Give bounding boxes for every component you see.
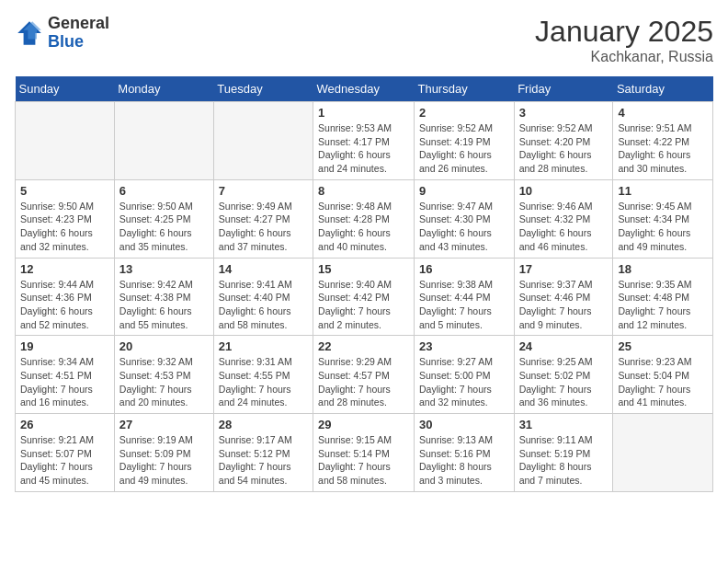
day-cell: 15Sunrise: 9:40 AM Sunset: 4:42 PM Dayli… bbox=[313, 258, 415, 336]
day-cell: 7Sunrise: 9:49 AM Sunset: 4:27 PM Daylig… bbox=[213, 179, 313, 258]
day-cell: 11Sunrise: 9:45 AM Sunset: 4:34 PM Dayli… bbox=[613, 179, 713, 258]
day-number: 18 bbox=[618, 262, 708, 276]
page-header: General Blue January 2025 Kachkanar, Rus… bbox=[15, 15, 713, 65]
day-cell bbox=[213, 102, 313, 180]
header-sunday: Sunday bbox=[16, 76, 115, 102]
day-info: Sunrise: 9:46 AM Sunset: 4:32 PM Dayligh… bbox=[519, 200, 609, 254]
day-info: Sunrise: 9:34 AM Sunset: 4:51 PM Dayligh… bbox=[20, 355, 109, 409]
day-number: 6 bbox=[119, 184, 209, 198]
day-number: 3 bbox=[519, 106, 609, 120]
day-number: 21 bbox=[219, 339, 308, 353]
day-info: Sunrise: 9:29 AM Sunset: 4:57 PM Dayligh… bbox=[318, 355, 409, 409]
day-cell: 18Sunrise: 9:35 AM Sunset: 4:48 PM Dayli… bbox=[613, 258, 713, 336]
day-info: Sunrise: 9:23 AM Sunset: 5:04 PM Dayligh… bbox=[618, 355, 708, 409]
day-info: Sunrise: 9:53 AM Sunset: 4:17 PM Dayligh… bbox=[318, 121, 409, 176]
day-info: Sunrise: 9:31 AM Sunset: 4:55 PM Dayligh… bbox=[219, 355, 308, 409]
week-row-3: 19Sunrise: 9:34 AM Sunset: 4:51 PM Dayli… bbox=[16, 336, 713, 414]
logo-icon bbox=[15, 18, 44, 48]
day-info: Sunrise: 9:49 AM Sunset: 4:27 PM Dayligh… bbox=[219, 200, 308, 254]
day-info: Sunrise: 9:51 AM Sunset: 4:22 PM Dayligh… bbox=[618, 121, 708, 176]
day-info: Sunrise: 9:50 AM Sunset: 4:23 PM Dayligh… bbox=[20, 200, 109, 254]
day-number: 28 bbox=[219, 418, 308, 431]
day-cell: 20Sunrise: 9:32 AM Sunset: 4:53 PM Dayli… bbox=[114, 336, 213, 414]
day-number: 7 bbox=[219, 184, 308, 198]
day-info: Sunrise: 9:45 AM Sunset: 4:34 PM Dayligh… bbox=[618, 200, 708, 254]
day-number: 26 bbox=[20, 418, 109, 431]
week-row-1: 5Sunrise: 9:50 AM Sunset: 4:23 PM Daylig… bbox=[16, 179, 713, 258]
calendar-header-row: SundayMondayTuesdayWednesdayThursdayFrid… bbox=[16, 76, 713, 102]
header-tuesday: Tuesday bbox=[213, 76, 313, 102]
day-info: Sunrise: 9:38 AM Sunset: 4:44 PM Dayligh… bbox=[419, 278, 509, 332]
day-info: Sunrise: 9:41 AM Sunset: 4:40 PM Dayligh… bbox=[219, 278, 308, 332]
day-number: 14 bbox=[219, 262, 308, 276]
day-info: Sunrise: 9:37 AM Sunset: 4:46 PM Dayligh… bbox=[519, 278, 609, 332]
day-number: 2 bbox=[419, 106, 509, 120]
day-number: 17 bbox=[519, 262, 609, 276]
day-info: Sunrise: 9:52 AM Sunset: 4:19 PM Dayligh… bbox=[419, 121, 509, 176]
day-cell: 1Sunrise: 9:53 AM Sunset: 4:17 PM Daylig… bbox=[313, 102, 415, 180]
day-info: Sunrise: 9:21 AM Sunset: 5:07 PM Dayligh… bbox=[20, 433, 109, 488]
day-cell: 9Sunrise: 9:47 AM Sunset: 4:30 PM Daylig… bbox=[414, 179, 514, 258]
day-number: 31 bbox=[519, 418, 609, 431]
day-cell: 19Sunrise: 9:34 AM Sunset: 4:51 PM Dayli… bbox=[16, 336, 115, 414]
day-info: Sunrise: 9:48 AM Sunset: 4:28 PM Dayligh… bbox=[318, 200, 409, 254]
day-number: 12 bbox=[20, 262, 109, 276]
day-cell: 10Sunrise: 9:46 AM Sunset: 4:32 PM Dayli… bbox=[514, 179, 613, 258]
day-cell: 13Sunrise: 9:42 AM Sunset: 4:38 PM Dayli… bbox=[114, 258, 213, 336]
day-info: Sunrise: 9:52 AM Sunset: 4:20 PM Dayligh… bbox=[519, 121, 609, 176]
day-cell: 16Sunrise: 9:38 AM Sunset: 4:44 PM Dayli… bbox=[414, 258, 514, 336]
day-cell: 3Sunrise: 9:52 AM Sunset: 4:20 PM Daylig… bbox=[514, 102, 613, 180]
day-info: Sunrise: 9:13 AM Sunset: 5:16 PM Dayligh… bbox=[419, 433, 509, 488]
day-cell: 5Sunrise: 9:50 AM Sunset: 4:23 PM Daylig… bbox=[16, 179, 115, 258]
day-cell bbox=[613, 414, 713, 492]
day-cell: 6Sunrise: 9:50 AM Sunset: 4:25 PM Daylig… bbox=[114, 179, 213, 258]
day-number: 29 bbox=[318, 418, 409, 431]
day-number: 15 bbox=[318, 262, 409, 276]
day-info: Sunrise: 9:11 AM Sunset: 5:19 PM Dayligh… bbox=[519, 433, 609, 488]
day-cell: 31Sunrise: 9:11 AM Sunset: 5:19 PM Dayli… bbox=[514, 414, 613, 492]
day-number: 10 bbox=[519, 184, 609, 198]
day-info: Sunrise: 9:32 AM Sunset: 4:53 PM Dayligh… bbox=[119, 355, 209, 409]
day-info: Sunrise: 9:25 AM Sunset: 5:02 PM Dayligh… bbox=[519, 355, 609, 409]
day-cell: 17Sunrise: 9:37 AM Sunset: 4:46 PM Dayli… bbox=[514, 258, 613, 336]
day-number: 5 bbox=[20, 184, 109, 198]
day-cell: 8Sunrise: 9:48 AM Sunset: 4:28 PM Daylig… bbox=[313, 179, 415, 258]
day-number: 24 bbox=[519, 339, 609, 353]
day-number: 16 bbox=[419, 262, 509, 276]
day-cell: 21Sunrise: 9:31 AM Sunset: 4:55 PM Dayli… bbox=[213, 336, 313, 414]
day-number: 27 bbox=[119, 418, 209, 431]
header-monday: Monday bbox=[114, 76, 213, 102]
day-info: Sunrise: 9:19 AM Sunset: 5:09 PM Dayligh… bbox=[119, 433, 209, 488]
day-cell: 12Sunrise: 9:44 AM Sunset: 4:36 PM Dayli… bbox=[16, 258, 115, 336]
header-saturday: Saturday bbox=[613, 76, 713, 102]
day-cell: 24Sunrise: 9:25 AM Sunset: 5:02 PM Dayli… bbox=[514, 336, 613, 414]
day-cell: 2Sunrise: 9:52 AM Sunset: 4:19 PM Daylig… bbox=[414, 102, 514, 180]
day-info: Sunrise: 9:40 AM Sunset: 4:42 PM Dayligh… bbox=[318, 278, 409, 332]
week-row-4: 26Sunrise: 9:21 AM Sunset: 5:07 PM Dayli… bbox=[16, 414, 713, 492]
day-number: 1 bbox=[318, 106, 409, 120]
day-info: Sunrise: 9:17 AM Sunset: 5:12 PM Dayligh… bbox=[219, 433, 308, 488]
day-info: Sunrise: 9:50 AM Sunset: 4:25 PM Dayligh… bbox=[119, 200, 209, 254]
title-block: January 2025 Kachkanar, Russia bbox=[535, 15, 713, 65]
day-cell: 25Sunrise: 9:23 AM Sunset: 5:04 PM Dayli… bbox=[613, 336, 713, 414]
day-info: Sunrise: 9:27 AM Sunset: 5:00 PM Dayligh… bbox=[419, 355, 509, 409]
day-number: 19 bbox=[20, 339, 109, 353]
day-number: 13 bbox=[119, 262, 209, 276]
day-number: 23 bbox=[419, 339, 509, 353]
day-number: 9 bbox=[419, 184, 509, 198]
month-title: January 2025 bbox=[535, 15, 713, 49]
day-cell: 26Sunrise: 9:21 AM Sunset: 5:07 PM Dayli… bbox=[16, 414, 115, 492]
day-cell: 28Sunrise: 9:17 AM Sunset: 5:12 PM Dayli… bbox=[213, 414, 313, 492]
day-info: Sunrise: 9:35 AM Sunset: 4:48 PM Dayligh… bbox=[618, 278, 708, 332]
calendar-table: SundayMondayTuesdayWednesdayThursdayFrid… bbox=[15, 76, 713, 492]
header-wednesday: Wednesday bbox=[313, 76, 415, 102]
day-cell bbox=[114, 102, 213, 180]
day-number: 8 bbox=[318, 184, 409, 198]
header-thursday: Thursday bbox=[414, 76, 514, 102]
day-info: Sunrise: 9:15 AM Sunset: 5:14 PM Dayligh… bbox=[318, 433, 409, 488]
day-number: 11 bbox=[618, 184, 708, 198]
week-row-2: 12Sunrise: 9:44 AM Sunset: 4:36 PM Dayli… bbox=[16, 258, 713, 336]
day-cell: 14Sunrise: 9:41 AM Sunset: 4:40 PM Dayli… bbox=[213, 258, 313, 336]
location-title: Kachkanar, Russia bbox=[535, 49, 713, 65]
day-number: 22 bbox=[318, 339, 409, 353]
